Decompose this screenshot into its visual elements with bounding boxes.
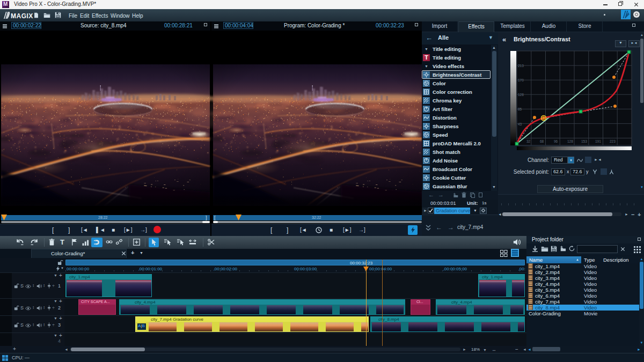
- svg-text:128: 128: [518, 93, 524, 97]
- svg-text:32: 32: [526, 139, 531, 143]
- svg-text:85: 85: [518, 107, 522, 111]
- svg-text:96: 96: [554, 139, 558, 143]
- svg-text:191: 191: [595, 139, 601, 143]
- svg-text:170: 170: [518, 78, 524, 82]
- svg-text:68: 68: [540, 139, 544, 143]
- svg-text:128: 128: [567, 139, 573, 143]
- svg-text:43: 43: [518, 122, 522, 126]
- svg-text:213: 213: [518, 64, 524, 68]
- svg-text:153: 153: [581, 139, 587, 143]
- svg-text:223: 223: [610, 139, 616, 143]
